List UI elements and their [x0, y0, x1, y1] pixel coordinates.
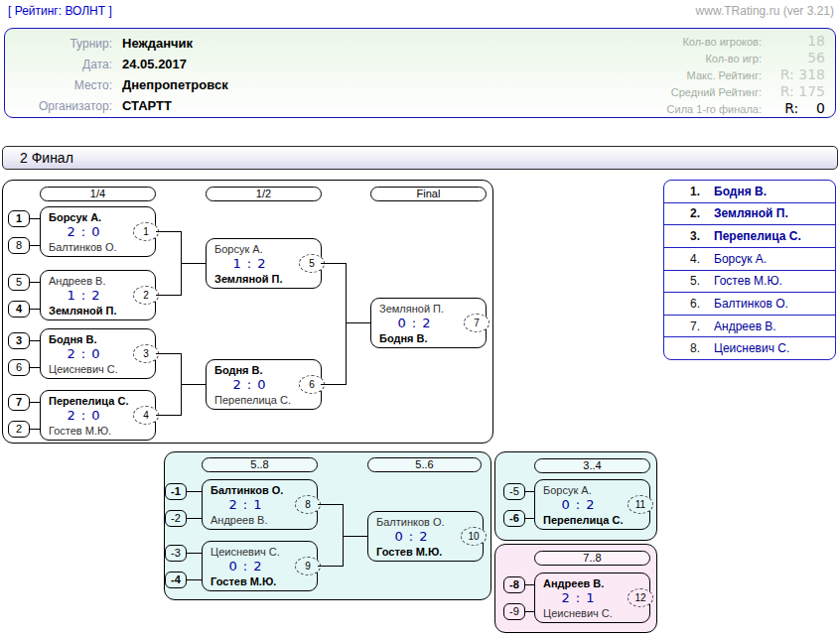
page: [ Рейтинг: ВОЛНТ ] www.TRating.ru (ver 3… [0, 0, 840, 637]
players-count-value: 18 [764, 33, 825, 49]
connector-line [187, 491, 202, 492]
connector-line [181, 263, 206, 264]
seed-box: 6 [8, 359, 30, 376]
standings-player: Перепелица С. [714, 229, 801, 243]
match-winner: Земляной П. [207, 272, 321, 287]
connector-line [30, 429, 40, 430]
standings-row: 1. Бодня В. [664, 181, 835, 203]
standings-player: Гостев М.Ю. [714, 274, 782, 288]
standings-row: 2. Земляной П. [664, 203, 835, 226]
rating-link[interactable]: [ Рейтинг: ВОЛНТ ] [8, 4, 112, 18]
standings-player: Балтинков О. [714, 297, 788, 311]
seed-box: -8 [503, 576, 525, 593]
date-label: Дата: [9, 58, 112, 71]
column-header-3-4: 3..4 [534, 458, 650, 473]
connector-line [346, 263, 347, 385]
standings-rank: 8. [664, 341, 700, 355]
connector-line [346, 322, 370, 323]
standings-player: Борсук А. [714, 252, 767, 266]
match-winner: Бодня В. [371, 331, 486, 346]
max-rating-value: R: 318 [764, 66, 825, 82]
connector-line [30, 340, 40, 341]
seed-box: -9 [503, 603, 525, 620]
standings-rank: 5. [664, 274, 700, 288]
match-9: Цеисневич С. 0 : 2 Гостев М.Ю. 9 [202, 541, 318, 591]
organizer-value: СТАРТТ [122, 98, 172, 113]
connector-line [156, 353, 181, 354]
column-header-final: Final [370, 187, 487, 201]
match-winner: Гостев М.Ю. [203, 574, 317, 589]
match-number: 11 [628, 495, 653, 514]
tournament-label: Турнир: [9, 37, 112, 51]
standings-player: Бодня В. [714, 185, 767, 198]
connector-line [156, 231, 181, 232]
standings-row: 4. Борсук А. [664, 248, 835, 271]
match-3: Бодня В. 2 : 0 Цеисневич С. 3 [40, 328, 156, 379]
connector-line [525, 491, 534, 492]
standings-row: 8. Цеисневич С. [664, 337, 835, 359]
match-loser: Перепелица С. [207, 393, 321, 408]
match-6: Бодня В. 2 : 0 Перепелица С. 6 [206, 359, 322, 410]
connector-line [321, 263, 346, 264]
match-12: Андреев В. 2 : 1 Цеисневич С. 12 [534, 573, 650, 623]
seed-box: 7 [8, 394, 30, 411]
match-1: Борсук А. 2 : 0 Балтинков О. 1 [40, 206, 156, 257]
standings-rank: 1. [664, 185, 700, 198]
match-winner: Перепелица С. [535, 513, 649, 528]
seed-box: -3 [165, 545, 187, 562]
games-count-value: 56 [764, 50, 825, 65]
match-winner: Гостев М.Ю. [368, 545, 483, 560]
connector-line [187, 579, 202, 580]
connector-line [321, 384, 346, 385]
tournament-value: Нежданчик [122, 36, 193, 51]
column-header-semifinal: 1/2 [206, 187, 322, 201]
match-10: Балтинков О. 0 : 2 Гостев М.Ю. 10 [367, 511, 484, 562]
standings-rank: 7. [664, 319, 700, 333]
avg-rating-label: Средний Рейтинг: [553, 86, 762, 98]
match-4: Перепелица С. 2 : 0 Гостев М.Ю. 4 [40, 390, 156, 441]
tournament-info-panel: Турнир: Нежданчик Дата: 24.05.2017 Место… [4, 28, 836, 118]
match-11: Борсук А. 0 : 2 Перепелица С. 11 [534, 479, 650, 530]
site-version-label[interactable]: www.TRating.ru (ver 3.21) [696, 4, 834, 18]
column-header-7-8: 7..8 [534, 551, 650, 566]
standings-row: 3. Перепелица С. [664, 225, 835, 248]
column-header-quarterfinal: 1/4 [40, 187, 156, 201]
match-7: Земляной П. 0 : 2 Бодня В. 7 [370, 298, 487, 348]
connector-line [318, 566, 343, 567]
connector-line [156, 415, 181, 416]
standings-rank: 6. [664, 297, 700, 311]
games-count-label: Кол-во игр: [553, 53, 762, 64]
match-5: Борсук А. 1 : 2 Земляной П. 5 [206, 238, 322, 289]
connector-line [30, 282, 40, 283]
standings-player: Андреев В. [714, 319, 776, 333]
connector-line [30, 367, 40, 368]
final1-strength-value: R: 0 [764, 100, 825, 116]
standings-rank: 2. [664, 206, 700, 220]
place-value: Днепропетровск [122, 77, 228, 92]
connector-line [343, 536, 367, 537]
standings-rank: 4. [664, 252, 700, 266]
seed-box: -1 [165, 483, 187, 500]
connector-line [525, 611, 534, 612]
max-rating-label: Макс. Рейтинг: [553, 69, 762, 81]
standings-row: 5. Гостев М.Ю. [664, 271, 835, 294]
seed-box: 2 [8, 421, 30, 438]
seed-box: -4 [165, 572, 187, 588]
match-loser: Цеисневич С. [535, 606, 649, 621]
connector-line [525, 584, 534, 585]
section-header: 2 Финал [2, 146, 838, 170]
seed-box: 5 [8, 274, 30, 291]
seed-box: 4 [8, 301, 30, 318]
avg-rating-value: R: 175 [764, 83, 825, 99]
match-loser: Цеисневич С. [41, 362, 155, 377]
date-value: 24.05.2017 [122, 57, 187, 71]
standings-rank: 3. [664, 229, 700, 243]
match-winner: Земляной П. [41, 304, 155, 318]
match-loser: Гостев М.Ю. [41, 424, 155, 439]
match-number: 7 [464, 314, 490, 332]
standings-row: 6. Балтинков О. [664, 293, 835, 316]
standings-panel: 1. Бодня В. 2. Земляной П. 3. Перепелица… [663, 180, 836, 360]
column-header-5-8: 5..8 [202, 457, 318, 472]
final1-strength-label: Сила 1-го финала: [553, 103, 762, 115]
connector-line [181, 384, 206, 385]
